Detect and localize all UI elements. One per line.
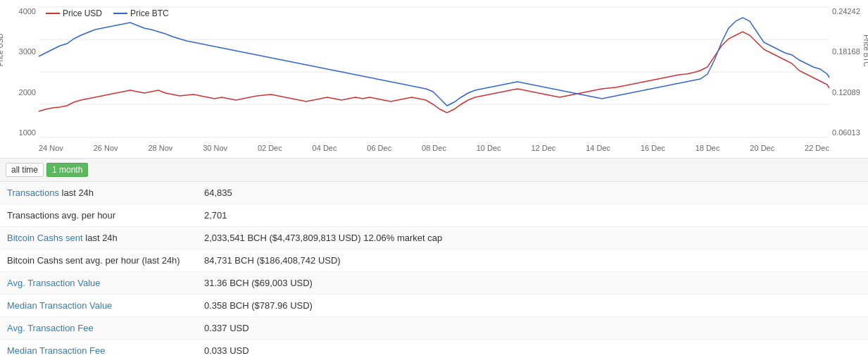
x-label-5: 04 Dec [313, 144, 337, 152]
y-right-label-3: 0.12089 [832, 88, 860, 97]
x-label-4: 02 Dec [258, 144, 282, 152]
median-tx-fee-link[interactable]: Median Transaction Fee [7, 345, 105, 356]
stat-value-avg-tx-fee: 0.337 USD [197, 317, 868, 340]
legend-btc-label: Price BTC [130, 8, 169, 18]
all-time-button[interactable]: all time [6, 163, 44, 177]
x-label-1: 26 Nov [94, 144, 118, 152]
median-tx-value-link[interactable]: Median Transaction Value [7, 300, 112, 311]
y-axis-left: 4000 3000 2000 1000 [0, 7, 39, 137]
table-row: Avg. Transaction Value 31.36 BCH ($69,00… [0, 272, 868, 295]
x-label-6: 06 Dec [367, 144, 391, 152]
table-row: Avg. Transaction Fee 0.337 USD [0, 317, 868, 340]
stat-value-median-tx-value: 0.358 BCH ($787.96 USD) [197, 295, 868, 317]
stat-value-transactions: 64,835 [197, 182, 868, 204]
stat-label-median-tx-value: Median Transaction Value [0, 295, 197, 317]
y-left-label-2000: 2000 [19, 88, 36, 97]
x-label-3: 30 Nov [203, 144, 227, 152]
y-axis-left-title: Price USD [0, 33, 4, 66]
table-row: Bitcoin Cashs sent last 24h 2,033,541 BC… [0, 227, 868, 249]
x-label-12: 18 Dec [696, 144, 720, 152]
stat-value-avg-tx-value: 31.36 BCH ($69,003 USD) [197, 272, 868, 295]
y-right-label-1: 0.24242 [832, 7, 860, 16]
stat-label-transactions: Transactions last 24h [0, 182, 197, 204]
legend-price-btc: Price BTC [113, 8, 169, 18]
table-row: Median Transaction Fee 0.033 USD [0, 340, 868, 359]
stat-value-median-tx-fee: 0.033 USD [197, 340, 868, 359]
stat-value-bch-avg: 84,731 BCH ($186,408,742 USD) [197, 249, 868, 272]
one-month-button[interactable]: 1 month [46, 163, 88, 177]
stat-label-tx-avg: Transactions avg. per hour [0, 204, 197, 227]
stat-label-median-tx-fee: Median Transaction Fee [0, 340, 197, 359]
x-label-11: 16 Dec [641, 144, 665, 152]
chart-svg [39, 7, 829, 137]
y-left-label-1000: 1000 [19, 128, 36, 137]
y-left-label-3000: 3000 [19, 47, 36, 56]
stats-table: Transactions last 24h 64,835 Transaction… [0, 182, 868, 358]
chart-legend: Price USD Price BTC [46, 8, 169, 18]
x-label-10: 14 Dec [586, 144, 610, 152]
x-label-8: 10 Dec [477, 144, 501, 152]
x-label-2: 28 Nov [148, 144, 172, 152]
x-label-14: 22 Dec [805, 144, 829, 152]
price-chart: 4000 3000 2000 1000 0.24242 0.18168 0.12… [0, 0, 868, 159]
y-axis-right-title: Price BTC [863, 35, 869, 67]
avg-tx-fee-link[interactable]: Avg. Transaction Fee [7, 323, 94, 333]
x-label-13: 20 Dec [750, 144, 774, 152]
time-range-bar: all time 1 month [0, 159, 868, 182]
table-row: Median Transaction Value 0.358 BCH ($787… [0, 295, 868, 317]
legend-usd-label: Price USD [63, 8, 102, 18]
stat-label-bch-sent: Bitcoin Cashs sent last 24h [0, 227, 197, 249]
stat-value-tx-avg: 2,701 [197, 204, 868, 227]
stat-label-avg-tx-fee: Avg. Transaction Fee [0, 317, 197, 340]
x-label-7: 08 Dec [422, 144, 446, 152]
stat-value-bch-sent: 2,033,541 BCH ($4,473,809,813 USD) 12.06… [197, 227, 868, 249]
x-axis: 24 Nov 26 Nov 28 Nov 30 Nov 02 Dec 04 De… [39, 144, 829, 152]
stat-label-avg-tx-value: Avg. Transaction Value [0, 272, 197, 295]
stat-label-bch-avg: Bitcoin Cashs sent avg. per hour (last 2… [0, 249, 197, 272]
y-left-label-4000: 4000 [19, 7, 36, 16]
legend-price-usd: Price USD [46, 8, 102, 18]
avg-tx-value-link[interactable]: Avg. Transaction Value [7, 278, 101, 288]
y-right-label-4: 0.06013 [832, 128, 860, 137]
transactions-link[interactable]: Transactions [7, 187, 59, 198]
table-row: Bitcoin Cashs sent avg. per hour (last 2… [0, 249, 868, 272]
legend-btc-line [113, 13, 127, 14]
table-row: Transactions last 24h 64,835 [0, 182, 868, 204]
legend-usd-line [46, 13, 60, 14]
table-row: Transactions avg. per hour 2,701 [0, 204, 868, 227]
y-right-label-2: 0.18168 [832, 47, 860, 56]
x-label-9: 12 Dec [531, 144, 555, 152]
bch-sent-link[interactable]: Bitcoin Cashs sent [7, 233, 83, 243]
y-axis-right: 0.24242 0.18168 0.12089 0.06013 [829, 7, 868, 137]
x-label-0: 24 Nov [39, 144, 63, 152]
